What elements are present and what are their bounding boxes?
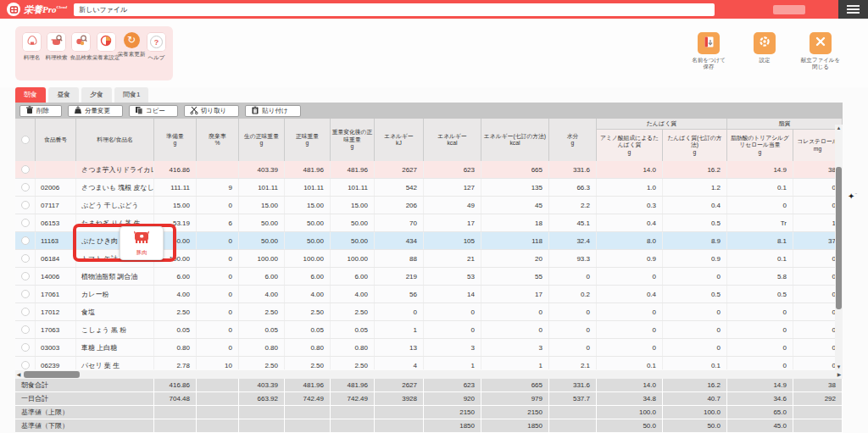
food-search-button[interactable]: 食品検索: [69, 32, 93, 62]
summary-value-cell: [549, 406, 597, 419]
row-checkbox[interactable]: [15, 286, 36, 303]
row-checkbox[interactable]: [15, 250, 36, 267]
table-row[interactable]: 06239パセリ 葉 生2.78102.502.502.504112.10.10…: [15, 357, 843, 369]
value-cell: 105: [424, 232, 481, 249]
dish-name-button[interactable]: 料理名: [19, 32, 44, 62]
table-row[interactable]: 14006植物油脂類 調合油6.0006.006.006.00219535500…: [15, 268, 843, 286]
column-header: 廃棄率%: [197, 119, 239, 161]
value-cell: 0: [549, 339, 597, 356]
select-all-checkbox[interactable]: [15, 119, 36, 161]
summary-value-cell: [793, 419, 843, 433]
food-name-cell[interactable]: カレー粉: [76, 286, 154, 303]
nutrient-update-button[interactable]: ↻ 栄養素更新: [119, 32, 144, 58]
column-group-label: たんぱく質: [597, 119, 727, 130]
value-cell: 0: [375, 303, 424, 320]
settings-button[interactable]: 設定: [743, 32, 787, 71]
column-title: 食品番号: [44, 136, 67, 143]
row-checkbox[interactable]: [15, 268, 36, 285]
row-checkbox[interactable]: [15, 321, 36, 338]
row-checkbox[interactable]: [15, 179, 36, 196]
row-checkbox[interactable]: [15, 197, 36, 214]
horizontal-scroll-thumb[interactable]: [24, 371, 80, 378]
food-name-cell[interactable]: 車糖 上白糖: [76, 339, 154, 356]
table-row[interactable]: 17012食塩2.5002.502.502.5000000000: [15, 303, 843, 321]
column-unit: %: [214, 140, 220, 147]
main-toolbar: 料理名 料理検索 食品検索 栄養素設定 ↻ 栄養素更新 ? ヘルプ: [15, 26, 173, 80]
table-row[interactable]: 07117ぶどう 干しぶどう15.00015.0015.0015.0020649…: [15, 197, 843, 214]
close-file-button[interactable]: 献立ファイルを 閉じる: [798, 32, 843, 71]
copy-button[interactable]: コピー: [129, 105, 178, 117]
hamburger-menu-button[interactable]: [838, 0, 868, 19]
column-unit: g: [571, 140, 575, 147]
nutrient-settings-button[interactable]: 栄養素設定: [93, 32, 119, 62]
column-unit: g: [306, 140, 309, 147]
value-cell: 10: [197, 357, 239, 369]
delete-button[interactable]: 削除: [19, 105, 62, 117]
row-checkbox[interactable]: [15, 303, 36, 320]
scroll-down-arrow[interactable]: ▼: [835, 364, 843, 370]
column-title: 正味重量: [296, 133, 319, 140]
tab-昼食[interactable]: 昼食: [48, 87, 79, 103]
tab-夕食[interactable]: 夕食: [81, 87, 112, 103]
row-checkbox[interactable]: [15, 161, 36, 178]
vertical-scroll-thumb[interactable]: [836, 167, 842, 309]
value-cell: 2.50: [331, 357, 375, 369]
table-row[interactable]: 17061カレー粉4.0004.004.004.005614170.20.40.…: [15, 286, 843, 303]
sparkle-widget[interactable]: ✦∙∙: [848, 192, 861, 205]
tab-朝食[interactable]: 朝食: [15, 87, 46, 103]
summary-value-cell: [793, 406, 843, 419]
table-row[interactable]: 03003車糖 上白糖0.8000.800.800.80133300000: [15, 339, 843, 357]
food-name-cell[interactable]: ぶどう 干しぶどう: [76, 197, 154, 214]
row-checkbox[interactable]: [15, 214, 36, 231]
amount-change-button[interactable]: 分量変更: [68, 105, 123, 117]
row-checkbox[interactable]: [15, 232, 36, 249]
help-button[interactable]: ? ヘルプ: [144, 32, 169, 62]
dish-search-button[interactable]: 料理検索: [44, 32, 69, 62]
column-title: 準備量: [166, 133, 183, 140]
value-cell: 70: [375, 214, 424, 231]
summary-value-cell: [331, 419, 375, 433]
food-name-cell[interactable]: 植物油脂類 調合油: [76, 268, 154, 285]
scroll-right-arrow[interactable]: ▶: [836, 370, 843, 379]
value-cell: 0.05: [154, 321, 197, 338]
row-checkbox[interactable]: [15, 339, 36, 356]
value-cell: 0: [197, 197, 239, 214]
table-row[interactable]: さつま芋入りドライカレー416.86403.39481.96481.962627…: [15, 161, 843, 179]
food-name-cell[interactable]: こしょう 黒 粉: [76, 321, 154, 338]
table-row[interactable]: 02006さつまいも 塊根 皮なし 生111.119101.11101.1110…: [15, 179, 843, 197]
summary-value-cell: [197, 379, 239, 392]
vertical-scrollbar[interactable]: ▲ ▼: [835, 125, 843, 370]
value-cell: 0: [727, 339, 793, 356]
summary-row: 基準値（上限）21502150100.0100.065.0: [15, 406, 843, 419]
scroll-left-arrow[interactable]: ◀: [15, 370, 22, 379]
food-code-cell: 07117: [36, 197, 76, 214]
value-cell: 1: [424, 357, 481, 369]
checkbox-circle: [21, 290, 30, 298]
table-header: 食品番号料理名/食品名準備量g廃棄率%生の正味重量g正味重量g重量変化後の正味重…: [15, 119, 843, 161]
save-as-button[interactable]: 名前をつけて 保存: [687, 32, 731, 71]
cut-button[interactable]: 切り取り: [184, 105, 239, 117]
summary-value-cell: 100.0: [663, 406, 727, 419]
summary-value-cell: 2150: [481, 406, 549, 419]
paste-button[interactable]: 貼り付け: [245, 105, 300, 117]
value-cell: 111.11: [154, 179, 197, 196]
value-cell: 50.00: [239, 232, 285, 249]
value-cell: 45: [481, 197, 549, 214]
scroll-up-arrow[interactable]: ▲: [835, 125, 843, 131]
refresh-icon: ↻: [124, 32, 140, 48]
table-row[interactable]: 17063こしょう 黒 粉0.0500.050.050.0510000000: [15, 321, 843, 339]
food-name-cell[interactable]: パセリ 葉 生: [76, 357, 154, 369]
row-checkbox[interactable]: [15, 357, 36, 369]
value-cell: 6.00: [239, 268, 285, 285]
value-cell: 331.6: [549, 161, 597, 178]
food-name-cell[interactable]: さつま芋入りドライカレー: [76, 161, 154, 178]
food-name-cell[interactable]: 食塩: [76, 303, 154, 320]
file-name-input[interactable]: [74, 3, 715, 16]
food-name-cell[interactable]: さつまいも 塊根 皮なし 生: [76, 179, 154, 196]
tab-間食1[interactable]: 間食1: [114, 87, 148, 103]
summary-label: 一日合計: [15, 392, 154, 406]
summary-value-cell: 1850: [424, 419, 481, 433]
column-title: 重量変化後の正味重量: [331, 129, 373, 143]
horizontal-scrollbar[interactable]: ◀ ▶: [15, 370, 843, 379]
column-header: 食品番号: [36, 119, 76, 161]
